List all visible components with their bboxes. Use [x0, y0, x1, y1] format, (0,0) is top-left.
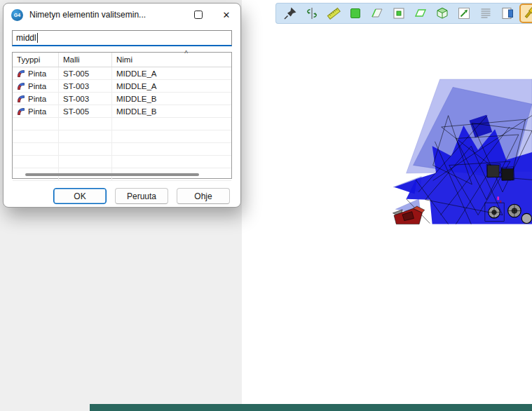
pin-icon [282, 6, 298, 21]
cell-type: Pinta [28, 82, 46, 90]
maximize-button[interactable] [184, 4, 212, 26]
flip-direction-icon [304, 6, 320, 21]
surface-icon [17, 82, 25, 90]
empty-row [13, 143, 231, 156]
filter-input-value: middl [16, 33, 36, 43]
grid-plane-icon [413, 6, 428, 21]
cell-model: ST-005 [63, 69, 89, 78]
table-row[interactable]: Pinta ST-005 MIDDLE_A [13, 67, 231, 80]
model-scene[interactable] [242, 0, 532, 224]
cell-name: MIDDLE_A [116, 69, 157, 78]
move-arrow-icon [456, 6, 472, 21]
dialog-titlebar[interactable]: G4 Nimetyn elementin valitsemin... ✕ [4, 4, 240, 26]
surface-icon [17, 95, 25, 103]
model-viewport[interactable] [242, 0, 532, 411]
maximize-icon [194, 11, 203, 19]
dialog-buttons: OK Peruuta Ohje [4, 188, 230, 204]
work-plane-tool-button[interactable] [390, 5, 407, 22]
named-element-select-dialog: G4 Nimetyn elementin valitsemin... ✕ mid… [3, 3, 241, 208]
cell-type: Pinta [28, 107, 46, 116]
horizontal-scrollbar[interactable] [25, 173, 199, 176]
table-row[interactable]: Pinta ST-005 MIDDLE_B [13, 105, 231, 118]
pin-tool-button[interactable] [282, 5, 299, 22]
cell-model: ST-003 [63, 82, 89, 90]
cell-model: ST-005 [63, 107, 89, 116]
table-header-row: Tyyppi Malli Nimi [13, 53, 231, 67]
cell-name: MIDDLE_A [116, 82, 157, 90]
sort-indicator-icon[interactable]: ^ [184, 50, 188, 58]
column-header-model[interactable]: Malli [59, 53, 112, 67]
grid-plane-tool-button[interactable] [412, 5, 429, 22]
move-object-tool-button[interactable] [456, 5, 472, 22]
view-plane-icon [369, 6, 385, 21]
table-row[interactable]: Pinta ST-003 MIDDLE_A [13, 80, 231, 93]
results-table: ^ Tyyppi Malli Nimi Pinta ST-005 MIDDLE_… [12, 52, 232, 179]
spotlight-tool-button[interactable] [521, 5, 532, 22]
cancel-button[interactable]: Peruuta [115, 188, 168, 204]
measure-tool-button[interactable] [325, 5, 342, 22]
drawing-sheet-icon [500, 6, 515, 21]
app-icon: G4 [11, 9, 23, 21]
empty-row [13, 156, 231, 168]
report-list-tool-button[interactable] [477, 5, 494, 22]
close-button[interactable]: ✕ [212, 4, 240, 26]
work-plane-icon [391, 6, 407, 21]
ok-button[interactable]: OK [53, 188, 107, 204]
surface-icon [17, 69, 25, 78]
surface-icon [17, 107, 25, 116]
column-header-type[interactable]: Tyyppi [13, 53, 59, 67]
column-header-name[interactable]: Nimi [112, 53, 231, 67]
snapshot-toolbar [275, 3, 532, 24]
green-square-icon [348, 6, 363, 21]
table-row[interactable]: Pinta ST-003 MIDDLE_B [13, 93, 231, 105]
cube-icon [435, 6, 450, 21]
solid-cube-tool-button[interactable] [434, 5, 451, 22]
view-plane-tool-button[interactable] [369, 5, 386, 22]
viewport-bottom-edge [90, 404, 532, 411]
help-button[interactable]: Ohje [177, 188, 230, 204]
empty-row [13, 130, 231, 143]
create-surface-tool-button[interactable] [347, 5, 364, 22]
filter-input[interactable]: middl [12, 30, 232, 46]
drawing-layout-tool-button[interactable] [499, 5, 516, 22]
empty-row [13, 118, 231, 130]
dialog-title: Nimetyn elementin valitsemin... [29, 10, 184, 20]
cell-name: MIDDLE_B [116, 107, 157, 116]
list-lines-icon [478, 6, 493, 21]
text-caret [37, 33, 38, 43]
cell-name: MIDDLE_B [116, 95, 157, 103]
close-icon: ✕ [223, 10, 231, 20]
cell-type: Pinta [28, 95, 46, 103]
spotlight-icon [521, 6, 532, 21]
cell-type: Pinta [28, 69, 46, 78]
cell-model: ST-003 [63, 95, 89, 103]
ruler-icon [326, 6, 341, 21]
flip-direction-tool-button[interactable] [303, 5, 320, 22]
